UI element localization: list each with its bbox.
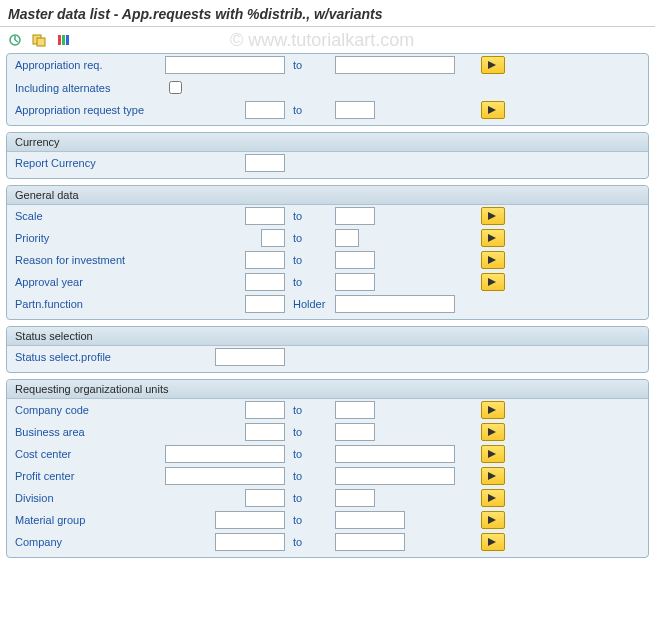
group-header-currency: Currency [7, 133, 648, 152]
svg-rect-4 [37, 38, 45, 46]
group-currency: Currency Report Currency [6, 132, 649, 179]
reason-more-button[interactable] [481, 251, 505, 269]
label-business-area: Business area [15, 426, 165, 438]
group-status: Status selection Status select.profile [6, 326, 649, 373]
company-from[interactable] [215, 533, 285, 551]
business-area-to[interactable] [335, 423, 375, 441]
group-general: General data Scale to Priority to Reason… [6, 185, 649, 320]
label-company: Company [15, 536, 165, 548]
profit-center-from[interactable] [165, 467, 285, 485]
label-approval-year: Approval year [15, 276, 165, 288]
status-profile-input[interactable] [215, 348, 285, 366]
group-header-general: General data [7, 186, 648, 205]
approval-year-to[interactable] [335, 273, 375, 291]
to-label: to [285, 276, 335, 288]
page-title: Master data list - App.requests with %di… [0, 0, 655, 27]
execute-icon[interactable] [6, 31, 24, 49]
to-label: to [285, 514, 335, 526]
partn-function-input[interactable] [245, 295, 285, 313]
business-area-from[interactable] [245, 423, 285, 441]
label-partn: Partn.function [15, 298, 165, 310]
to-label: to [285, 59, 335, 71]
material-group-to[interactable] [335, 511, 405, 529]
svg-rect-7 [66, 35, 69, 45]
to-label: to [285, 448, 335, 460]
label-approp-type: Appropriation request type [15, 104, 165, 116]
approval-year-more-button[interactable] [481, 273, 505, 291]
label-cost-center: Cost center [15, 448, 165, 460]
label-incl-alt: Including alternates [15, 82, 165, 94]
toolbar [0, 27, 655, 53]
label-company-code: Company code [15, 404, 165, 416]
company-more-button[interactable] [481, 533, 505, 551]
label-reason: Reason for investment [15, 254, 165, 266]
division-to[interactable] [335, 489, 375, 507]
scale-more-button[interactable] [481, 207, 505, 225]
approp-type-more-button[interactable] [481, 101, 505, 119]
including-alternates-checkbox[interactable] [169, 81, 182, 94]
company-code-from[interactable] [245, 401, 285, 419]
to-label: to [285, 210, 335, 222]
to-label: to [285, 470, 335, 482]
priority-from[interactable] [261, 229, 285, 247]
variants-icon[interactable] [30, 31, 48, 49]
cost-center-more-button[interactable] [481, 445, 505, 463]
label-priority: Priority [15, 232, 165, 244]
label-division: Division [15, 492, 165, 504]
label-material-group: Material group [15, 514, 165, 526]
scale-from[interactable] [245, 207, 285, 225]
approval-year-from[interactable] [245, 273, 285, 291]
holder-input[interactable] [335, 295, 455, 313]
approp-req-to[interactable] [335, 56, 455, 74]
company-code-more-button[interactable] [481, 401, 505, 419]
group-top: Appropriation req. to Including alternat… [6, 53, 649, 126]
scale-to[interactable] [335, 207, 375, 225]
label-report-currency: Report Currency [15, 157, 165, 169]
group-header-status: Status selection [7, 327, 648, 346]
profit-center-to[interactable] [335, 467, 455, 485]
company-to[interactable] [335, 533, 405, 551]
cost-center-from[interactable] [165, 445, 285, 463]
to-label: to [285, 536, 335, 548]
reason-to[interactable] [335, 251, 375, 269]
business-area-more-button[interactable] [481, 423, 505, 441]
priority-to[interactable] [335, 229, 359, 247]
reason-from[interactable] [245, 251, 285, 269]
to-label: to [285, 254, 335, 266]
approp-type-from[interactable] [245, 101, 285, 119]
material-group-from[interactable] [215, 511, 285, 529]
label-status-profile: Status select.profile [15, 351, 165, 363]
company-code-to[interactable] [335, 401, 375, 419]
to-label: to [285, 104, 335, 116]
material-group-more-button[interactable] [481, 511, 505, 529]
label-approp-req: Appropriation req. [15, 59, 165, 71]
group-header-org: Requesting organizational units [7, 380, 648, 399]
division-more-button[interactable] [481, 489, 505, 507]
approp-type-to[interactable] [335, 101, 375, 119]
cost-center-to[interactable] [335, 445, 455, 463]
priority-more-button[interactable] [481, 229, 505, 247]
label-profit-center: Profit center [15, 470, 165, 482]
report-currency-input[interactable] [245, 154, 285, 172]
profit-center-more-button[interactable] [481, 467, 505, 485]
to-label: to [285, 404, 335, 416]
approp-req-from[interactable] [165, 56, 285, 74]
approp-req-more-button[interactable] [481, 56, 505, 74]
svg-rect-6 [62, 35, 65, 45]
svg-line-2 [15, 40, 18, 42]
to-label: to [285, 426, 335, 438]
division-from[interactable] [245, 489, 285, 507]
label-scale: Scale [15, 210, 165, 222]
to-label: to [285, 232, 335, 244]
selection-icon[interactable] [54, 31, 72, 49]
group-org: Requesting organizational units Company … [6, 379, 649, 558]
to-label: to [285, 492, 335, 504]
label-holder: Holder [285, 298, 335, 310]
svg-rect-5 [58, 35, 61, 45]
